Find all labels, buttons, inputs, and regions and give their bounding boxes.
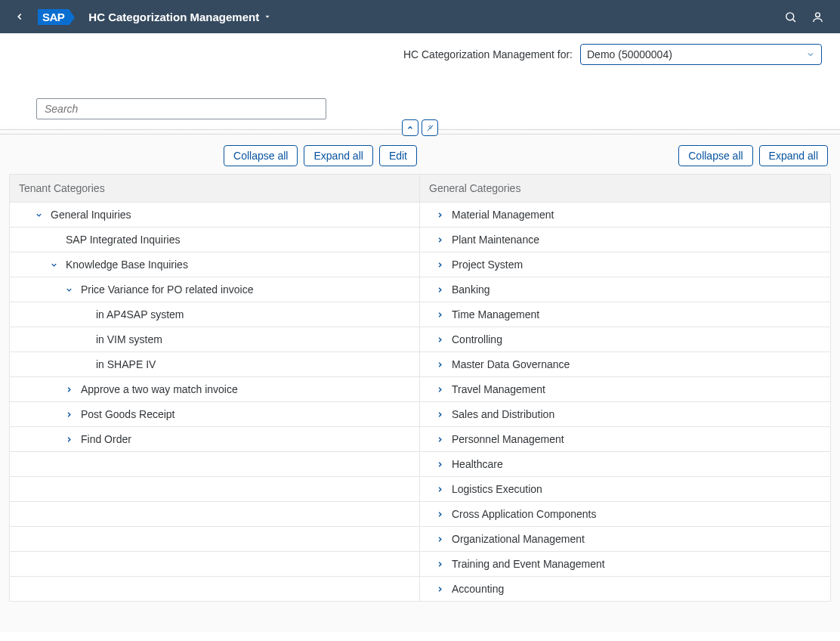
tree-row-label: Post Goods Receipt	[81, 408, 175, 420]
chevron-right-icon[interactable]	[434, 458, 446, 470]
tenant-categories-header: Tenant Categories	[9, 174, 420, 203]
tenant-select-value: Demo (50000004)	[587, 48, 672, 60]
tree-row[interactable]: General Inquiries	[9, 203, 420, 228]
chevron-right-icon[interactable]	[434, 483, 446, 495]
tree-row-label: Find Order	[81, 433, 131, 445]
chevron-right-icon[interactable]	[434, 358, 446, 370]
tree-row[interactable]: Banking	[420, 277, 831, 302]
tenant-categories-panel: Collapse all Expand all Edit Tenant Cate…	[9, 142, 420, 602]
tree-row-label: Price Variance for PO related invoice	[81, 283, 254, 296]
svg-line-2	[792, 19, 795, 22]
tree-row[interactable]: in SHAPE IV	[9, 352, 420, 377]
chevron-right-icon[interactable]	[434, 533, 446, 545]
chevron-down-icon[interactable]	[63, 283, 75, 296]
chevron-down-icon[interactable]	[32, 209, 45, 221]
collapse-header-button[interactable]	[402, 119, 418, 136]
tree-row-label: Controlling	[452, 333, 502, 345]
chevron-right-icon[interactable]	[434, 283, 446, 296]
chevron-right-icon[interactable]	[63, 383, 75, 395]
pin-header-button[interactable]	[422, 119, 438, 136]
tree-row[interactable]: Healthcare	[420, 452, 831, 477]
chevron-right-icon[interactable]	[434, 308, 446, 320]
search-row	[0, 70, 840, 124]
tree-row-label: Cross Application Components	[452, 508, 596, 520]
chevron-right-icon[interactable]	[434, 259, 446, 271]
tree-row[interactable]: Training and Event Management	[420, 552, 831, 577]
tenant-expand-all-button[interactable]: Expand all	[304, 145, 372, 166]
chevron-right-icon[interactable]	[434, 383, 446, 395]
tree-row[interactable]: Approve a two way match invoice	[9, 377, 420, 402]
tree-row[interactable]: SAP Integrated Inquiries	[9, 228, 420, 252]
tree-row[interactable]: Plant Maintenance	[420, 228, 831, 252]
chevron-right-icon[interactable]	[434, 583, 446, 595]
tree-row[interactable]: in AP4SAP system	[9, 302, 420, 327]
tenant-tree: General InquiriesSAP Integrated Inquirie…	[9, 203, 420, 602]
search-input[interactable]	[36, 98, 326, 119]
tree-row[interactable]: Project System	[420, 252, 831, 277]
tree-row[interactable]: Price Variance for PO related invoice	[9, 277, 420, 302]
tree-row[interactable]: Logistics Execution	[420, 477, 831, 502]
chevron-right-icon[interactable]	[434, 333, 446, 345]
tree-row	[9, 552, 420, 577]
tree-row[interactable]: Controlling	[420, 327, 831, 352]
chevron-right-icon[interactable]	[434, 508, 446, 520]
tree-row-label: Plant Maintenance	[452, 234, 539, 246]
chevron-right-icon[interactable]	[434, 408, 446, 420]
tree-row-label: SAP Integrated Inquiries	[66, 234, 181, 246]
tenant-collapse-all-button[interactable]: Collapse all	[224, 145, 298, 166]
sap-logo: SAP	[38, 9, 69, 25]
user-icon[interactable]	[804, 3, 831, 30]
tree-row[interactable]: Organizational Management	[420, 527, 831, 552]
tree-row	[9, 452, 420, 477]
back-button[interactable]	[9, 6, 30, 27]
chevron-right-icon[interactable]	[434, 433, 446, 445]
page-title-dropdown[interactable]: HC Categorization Management	[88, 11, 271, 23]
tree-row[interactable]: Cross Application Components	[420, 502, 831, 527]
tree-row-label: Approve a two way match invoice	[81, 383, 238, 395]
tree-row-label: Project System	[452, 259, 523, 271]
tree-row[interactable]: Travel Management	[420, 377, 831, 402]
tree-row[interactable]: Post Goods Receipt	[9, 402, 420, 427]
tenant-edit-button[interactable]: Edit	[379, 145, 417, 166]
general-tree: Material ManagementPlant MaintenanceProj…	[420, 203, 831, 602]
chevron-right-icon[interactable]	[63, 408, 75, 420]
tree-row[interactable]: Personnel Management	[420, 427, 831, 452]
page-title: HC Categorization Management	[88, 11, 259, 23]
tree-row-label: Travel Management	[452, 383, 545, 395]
tree-row-label: Sales and Distribution	[452, 408, 554, 420]
shell-header: SAP HC Categorization Management	[0, 0, 840, 33]
tree-row[interactable]: Master Data Governance	[420, 352, 831, 377]
svg-line-4	[427, 125, 432, 130]
tree-row[interactable]: Time Management	[420, 302, 831, 327]
svg-marker-0	[266, 16, 270, 18]
search-icon[interactable]	[777, 3, 804, 30]
svg-point-1	[786, 12, 793, 20]
header-collapse-bar	[0, 124, 840, 135]
tree-row-label: Banking	[452, 283, 490, 296]
tree-row-label: in AP4SAP system	[96, 308, 184, 320]
chevron-right-icon[interactable]	[434, 209, 446, 221]
chevron-right-icon[interactable]	[434, 234, 446, 246]
tree-row[interactable]: Knowledge Base Inquiries	[9, 252, 420, 277]
tree-row	[9, 477, 420, 502]
chevron-down-icon[interactable]	[48, 259, 60, 271]
chevron-right-icon[interactable]	[434, 558, 446, 570]
tree-row[interactable]: Find Order	[9, 427, 420, 452]
tree-row[interactable]: in VIM system	[9, 327, 420, 352]
tenant-select[interactable]: Demo (50000004)	[580, 44, 822, 65]
general-categories-panel: Collapse all Expand all General Categori…	[420, 142, 831, 602]
svg-point-3	[815, 12, 820, 17]
tree-row-label: Accounting	[452, 583, 504, 595]
tree-row-label: Training and Event Management	[452, 558, 605, 570]
general-categories-header: General Categories	[420, 174, 831, 203]
tree-row[interactable]: Material Management	[420, 203, 831, 228]
general-expand-all-button[interactable]: Expand all	[759, 145, 828, 166]
tree-row-label: Personnel Management	[452, 433, 564, 445]
tree-row-label: Logistics Execution	[452, 483, 542, 495]
general-collapse-all-button[interactable]: Collapse all	[678, 145, 752, 166]
tree-row	[9, 577, 420, 602]
tree-row[interactable]: Accounting	[420, 577, 831, 602]
tree-row[interactable]: Sales and Distribution	[420, 402, 831, 427]
chevron-right-icon[interactable]	[63, 433, 75, 445]
filter-label: HC Categorization Management for:	[403, 48, 573, 60]
